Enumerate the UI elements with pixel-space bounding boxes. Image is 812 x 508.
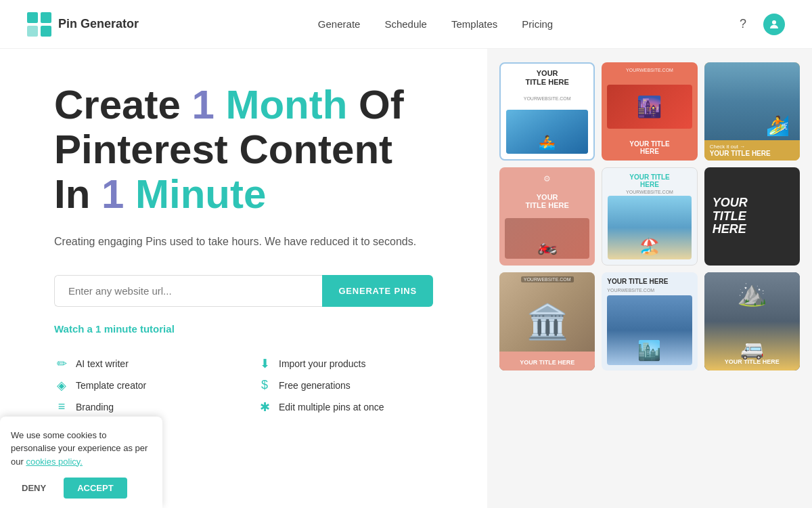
feature-edit-multiple-label: Edit multiple pins at once: [279, 402, 384, 412]
svg-rect-2: [27, 26, 38, 37]
hero-title-minute: Minute: [124, 171, 266, 217]
nav-generate[interactable]: Generate: [318, 18, 361, 30]
pin-3-image: [704, 62, 800, 140]
pin-card-5[interactable]: YOUR TITLEHERE YOURWEBSITE.COM: [602, 167, 697, 266]
pin-6-title: YOURTITLEHERE: [713, 196, 748, 236]
hero-title-1: 1: [191, 82, 214, 127]
import-icon: ⬇: [257, 356, 272, 371]
pin-2-image: [607, 85, 692, 129]
pin-5-title: YOUR TITLEHERE: [608, 173, 691, 188]
pin-2-title: YOUR TITLEHERE: [607, 140, 692, 155]
pin-1-image: [506, 110, 588, 154]
nav-templates[interactable]: Templates: [451, 18, 497, 30]
user-icon: [768, 18, 780, 30]
feature-edit-multiple: ✱ Edit multiple pins at once: [257, 400, 433, 415]
features-list: ✏ AI text writer ⬇ Import your products …: [54, 356, 433, 415]
free-icon: $: [257, 378, 272, 392]
pin-4-image: [505, 218, 589, 259]
generate-button[interactable]: GENERATE PINS: [322, 275, 433, 307]
pin-card-7[interactable]: YOURWEBSITE.COM YOUR TITLE HERE: [499, 272, 595, 371]
feature-import-label: Import your products: [279, 358, 365, 369]
pin-3-bottom: Check it out → YOUR TITLE HERE: [704, 140, 800, 161]
cookie-buttons: DENY ACCEPT: [11, 478, 152, 499]
user-button[interactable]: [763, 14, 785, 35]
pin-2-website: YOURWEBSITE.COM: [607, 68, 692, 72]
pin-9-image: [704, 272, 800, 371]
pin-7-website: YOURWEBSITE.COM: [521, 276, 574, 282]
pin-9-title: YOUR TITLE HERE: [704, 358, 800, 365]
branding-icon: ≡: [54, 400, 69, 414]
pin-card-4[interactable]: ⚙ YOURTITLE HERE: [499, 167, 595, 266]
header: Pin Generator Generate Schedule Template…: [0, 0, 812, 49]
logo-text: Pin Generator: [58, 17, 139, 31]
edit-multiple-icon: ✱: [257, 400, 272, 415]
hero-title: Create 1 Month OfPinterest ContentIn 1 M…: [54, 83, 447, 217]
hero-subtitle: Creating engaging Pins used to take hour…: [54, 233, 420, 251]
cookie-banner: We use some cookies to personalise your …: [0, 417, 162, 509]
pin-8-title: YOUR TITLE HERE: [607, 278, 692, 285]
ai-text-icon: ✏: [54, 356, 69, 371]
pin-card-6[interactable]: YOURTITLEHERE: [704, 167, 800, 266]
pin-card-8[interactable]: YOUR TITLE HERE YOURWEBSITE.COM: [602, 272, 697, 371]
feature-ai-text: ✏ AI text writer: [54, 356, 230, 371]
pins-section: YOURTITLE HERE YOURWEBSITE.COM YOURWEBSI…: [487, 49, 812, 508]
pin-8-image: [607, 295, 692, 365]
cookie-policy-link[interactable]: cookies policy.: [26, 457, 83, 467]
logo[interactable]: Pin Generator: [27, 12, 139, 37]
pin-7-bottom: YOUR TITLE HERE: [499, 352, 595, 371]
feature-free-label: Free generations: [279, 380, 351, 391]
pin-card-2[interactable]: YOURWEBSITE.COM YOUR TITLEHERE: [602, 62, 697, 161]
pin-1-website: YOURWEBSITE.COM: [524, 96, 571, 101]
header-icons: ?: [732, 14, 785, 35]
accept-button[interactable]: ACCEPT: [64, 478, 127, 499]
pin-3-title: YOUR TITLE HERE: [710, 150, 794, 157]
svg-rect-0: [27, 12, 38, 23]
pins-grid: YOURTITLE HERE YOURWEBSITE.COM YOURWEBSI…: [499, 62, 800, 371]
feature-branding-label: Branding: [76, 402, 114, 412]
cookie-message: We use some cookies to personalise your …: [11, 429, 152, 469]
svg-rect-1: [41, 12, 51, 23]
pin-4-title: YOURTITLE HERE: [526, 193, 569, 209]
url-input-row: GENERATE PINS: [54, 275, 433, 307]
template-icon: ◈: [54, 378, 69, 393]
logo-icon: [27, 12, 51, 37]
pin-3-check: Check it out →: [710, 144, 794, 150]
pin-5-website: YOURWEBSITE.COM: [608, 190, 691, 194]
pin-card-1[interactable]: YOURTITLE HERE YOURWEBSITE.COM: [499, 62, 595, 161]
pin-1-title: YOURTITLE HERE: [526, 69, 569, 87]
pin-8-website: YOURWEBSITE.COM: [607, 288, 692, 293]
pin-7-title: YOUR TITLE HERE: [520, 359, 574, 366]
pin-4-icon: ⚙: [543, 174, 551, 184]
pin-card-3[interactable]: Check it out → YOUR TITLE HERE: [704, 62, 800, 161]
deny-button[interactable]: DENY: [11, 478, 57, 499]
hero-title-month: Month: [215, 82, 348, 127]
nav-schedule[interactable]: Schedule: [384, 18, 427, 30]
feature-ai-text-label: AI text writer: [76, 358, 129, 369]
feature-branding: ≡ Branding: [54, 400, 230, 415]
help-button[interactable]: ?: [732, 14, 754, 35]
hero-title-create: Create: [54, 82, 191, 127]
nav-pricing[interactable]: Pricing: [522, 18, 553, 30]
tutorial-link[interactable]: Watch a 1 minute tutorial: [54, 323, 175, 335]
svg-point-4: [772, 20, 776, 24]
pin-card-9[interactable]: YOUR TITLE HERE: [704, 272, 800, 371]
feature-import: ⬇ Import your products: [257, 356, 433, 371]
feature-template-label: Template creator: [76, 380, 146, 391]
pin-5-image: [608, 196, 691, 259]
svg-rect-3: [41, 26, 51, 37]
feature-free: $ Free generations: [257, 378, 433, 393]
url-input[interactable]: [54, 275, 322, 307]
hero-title-1b: 1: [102, 171, 124, 217]
feature-template: ◈ Template creator: [54, 378, 230, 393]
main-nav: Generate Schedule Templates Pricing: [318, 18, 553, 30]
